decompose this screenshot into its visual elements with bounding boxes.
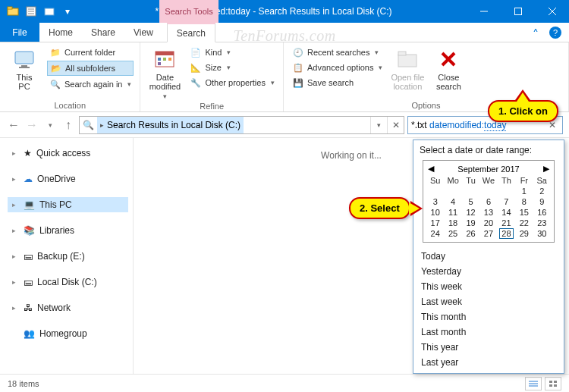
sidebar-item-network[interactable]: ▸🖧Network [8, 300, 128, 315]
calendar-day[interactable]: 20 [479, 218, 497, 228]
svg-rect-17 [163, 58, 166, 61]
address-bar[interactable]: 🔍 ▸Search Results in Local Disk (C:) ▾ ✕ [79, 116, 404, 134]
calendar-day[interactable]: 13 [479, 207, 497, 218]
svg-rect-12 [21, 65, 27, 67]
icons-view-button[interactable] [545, 377, 561, 390]
calendar-day[interactable]: 29 [515, 228, 533, 239]
callout-select: 2. Select [349, 197, 410, 219]
help-icon[interactable]: ? [549, 27, 561, 39]
search-again-in-button[interactable]: 🔍Search again in [47, 77, 134, 91]
date-range-option[interactable]: Today [420, 249, 558, 264]
calendar-day[interactable]: 25 [444, 228, 461, 239]
window-title: *.txt datemodified:today - Search Result… [80, 6, 467, 17]
calendar-day[interactable]: 8 [515, 196, 533, 207]
maximize-button[interactable] [501, 0, 535, 23]
advanced-options-button[interactable]: 📋Advanced options [290, 61, 385, 74]
calendar-day[interactable]: 4 [444, 196, 461, 207]
calendar-day[interactable]: 12 [462, 207, 479, 218]
calendar-weekday: Su [426, 175, 444, 186]
all-subfolders-button[interactable]: 📂All subfolders [47, 61, 134, 76]
other-properties-button[interactable]: 🔧Other properties [187, 76, 276, 89]
tab-search[interactable]: Search [167, 23, 215, 42]
date-range-option[interactable]: Last month [420, 325, 558, 340]
calendar-month-label[interactable]: September 2017 [457, 165, 519, 174]
breadcrumb[interactable]: Search Results in Local Disk (C:) [107, 120, 240, 130]
next-month-button[interactable]: ▶ [543, 164, 549, 174]
details-view-button[interactable] [525, 377, 542, 390]
calendar-day[interactable]: 18 [444, 218, 461, 228]
collapse-ribbon-icon[interactable]: ˄ [533, 27, 543, 38]
calendar-day[interactable]: 6 [479, 196, 497, 207]
date-range-option[interactable]: This week [420, 279, 558, 294]
size-filter-button[interactable]: 📐Size [187, 61, 276, 74]
date-range-option[interactable]: Last year [420, 355, 558, 370]
sidebar-item-quick-access[interactable]: ▸★Quick access [8, 146, 128, 161]
calendar-day[interactable]: 10 [426, 207, 444, 218]
calendar-day[interactable]: 2 [533, 186, 551, 196]
calendar-day[interactable]: 23 [533, 218, 551, 228]
calendar-day[interactable]: 27 [479, 228, 497, 239]
subfolders-icon: 📂 [50, 62, 62, 74]
svg-rect-16 [158, 58, 161, 61]
this-pc-button[interactable]: This PC [6, 45, 42, 99]
svg-rect-19 [158, 62, 161, 65]
minimize-button[interactable] [467, 0, 501, 23]
sidebar-item-onedrive[interactable]: ▸☁OneDrive [8, 171, 128, 187]
current-folder-button[interactable]: 📁Current folder [47, 45, 134, 59]
calendar-day[interactable]: 17 [426, 218, 444, 228]
recent-searches-button[interactable]: 🕘Recent searches [290, 45, 385, 59]
calendar-day[interactable]: 28 [498, 228, 515, 239]
calendar-day[interactable]: 14 [498, 207, 515, 218]
qat-new-folder-icon[interactable] [41, 3, 58, 20]
qat-dropdown-icon[interactable]: ▾ [59, 3, 76, 20]
recent-locations-button[interactable]: ▾ [42, 118, 58, 133]
calendar-day[interactable]: 21 [498, 218, 515, 228]
tab-home[interactable]: Home [39, 23, 82, 42]
search-again-icon: 🔍 [49, 78, 61, 90]
prev-month-button[interactable]: ◀ [428, 164, 434, 174]
stop-button[interactable]: ✕ [387, 117, 404, 133]
sidebar-item-this-pc[interactable]: ▸💻This PC [8, 197, 128, 212]
calendar-day[interactable]: 26 [462, 228, 479, 239]
calendar-day [498, 186, 515, 196]
tab-share[interactable]: Share [82, 23, 124, 42]
calendar-day[interactable]: 3 [426, 196, 444, 207]
calendar-day[interactable]: 30 [533, 228, 551, 239]
svg-rect-18 [168, 58, 171, 61]
back-button[interactable]: ← [6, 118, 21, 133]
sidebar-item-homegroup[interactable]: 👥Homegroup [8, 326, 128, 341]
close-button[interactable] [535, 0, 569, 23]
date-range-option[interactable]: This month [420, 309, 558, 325]
date-range-option[interactable]: Last week [420, 294, 558, 309]
save-search-button[interactable]: 💾Save search [290, 76, 385, 89]
calendar-day[interactable]: 24 [426, 228, 444, 239]
recent-searches-label: Recent searches [307, 48, 370, 57]
tab-file[interactable]: File [0, 23, 39, 42]
ribbon-group-refine: Date modified ▾ 📄Kind 📐Size 🔧Other prope… [140, 42, 283, 111]
calendar-day[interactable]: 15 [515, 207, 533, 218]
calendar-day [426, 186, 444, 196]
date-range-option[interactable]: Yesterday [420, 264, 558, 279]
calendar-day[interactable]: 1 [515, 186, 533, 196]
sidebar-item-local-disk[interactable]: ▸🖴Local Disk (C:) [8, 274, 128, 290]
qat-properties-icon[interactable] [23, 3, 39, 20]
calendar-day[interactable]: 7 [498, 196, 515, 207]
homegroup-icon: 👥 [24, 328, 35, 339]
up-button[interactable]: ↑ [61, 118, 76, 133]
sidebar-item-libraries[interactable]: ▸📚Libraries [8, 223, 128, 238]
calendar-day[interactable]: 16 [533, 207, 551, 218]
kind-button[interactable]: 📄Kind [187, 45, 276, 59]
current-folder-label: Current folder [64, 48, 115, 57]
calendar-day[interactable]: 11 [444, 207, 461, 218]
sidebar-item-backup[interactable]: ▸🖴Backup (E:) [8, 249, 128, 264]
calendar-day[interactable]: 5 [462, 196, 479, 207]
date-modified-button[interactable]: Date modified ▾ [146, 45, 183, 100]
date-range-option[interactable]: This year [420, 340, 558, 355]
calendar-day[interactable]: 22 [515, 218, 533, 228]
address-dropdown-button[interactable]: ▾ [370, 117, 387, 133]
calendar-day[interactable]: 9 [533, 196, 551, 207]
titlebar: ▾ *.txt datemodified:today - Search Resu… [0, 0, 569, 23]
calendar-day[interactable]: 19 [462, 218, 479, 228]
tab-view[interactable]: View [124, 23, 162, 42]
close-search-button[interactable]: Close search [430, 45, 467, 99]
